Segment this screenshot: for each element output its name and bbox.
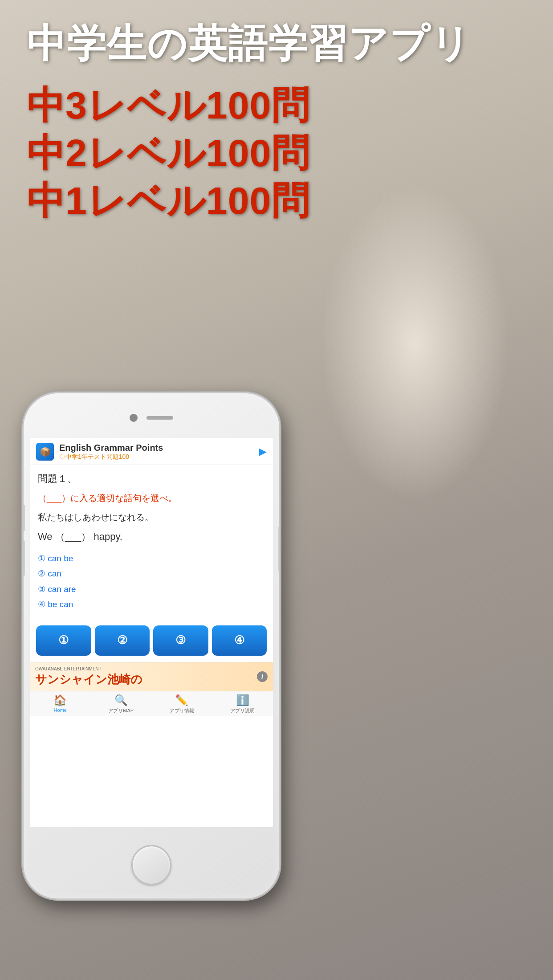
answer-button-4[interactable]: ④ xyxy=(212,625,267,656)
answer-button-1[interactable]: ① xyxy=(36,625,91,656)
banner-content: OWATANABE ENTERTAINMENT サンシャイン池崎の xyxy=(35,666,142,687)
banner-info-icon[interactable]: i xyxy=(257,671,268,682)
home-icon: 🏠 xyxy=(53,694,67,706)
choice-2[interactable]: ② can xyxy=(38,567,265,580)
app-icon: 📦 xyxy=(36,443,54,461)
map-icon: 🔍 xyxy=(114,694,128,706)
tab-info-label: アプリ情報 xyxy=(170,707,194,714)
info-icon: ✏️ xyxy=(175,694,188,706)
description-icon: ℹ️ xyxy=(236,694,249,706)
main-title: 中学生の英語学習アプリ xyxy=(27,22,471,65)
tab-home[interactable]: 🏠 Home xyxy=(30,694,91,714)
sub-title-2: 中2レベル100問 xyxy=(27,131,471,175)
tab-home-label: Home xyxy=(54,707,67,713)
speaker xyxy=(146,416,173,420)
power-button xyxy=(278,527,281,572)
tab-description[interactable]: ℹ️ アプリ説明 xyxy=(212,694,273,714)
answer-button-2[interactable]: ② xyxy=(95,625,150,656)
tab-description-label: アプリ説明 xyxy=(230,707,255,714)
sub-titles-area: 中3レベル100問 中2レベル100問 中1レベル100問 xyxy=(27,83,471,223)
sub-title-3: 中1レベル100問 xyxy=(27,179,471,223)
header-arrow-icon[interactable]: ▶ xyxy=(259,446,267,457)
question-number: 問題１、 xyxy=(38,472,265,486)
choice-1[interactable]: ① can be xyxy=(38,552,265,565)
banner-logo: OWATANABE ENTERTAINMENT xyxy=(35,666,142,672)
phone-screen: 📦 English Grammar Points ◇中学1年テスト問題100 ▶… xyxy=(30,438,273,827)
tab-bar: 🏠 Home 🔍 アプリMAP ✏️ アプリ情報 ℹ️ アプリ説明 xyxy=(30,691,273,716)
header-text: English Grammar Points ◇中学1年テスト問題100 xyxy=(59,442,254,461)
app-header-subtitle: ◇中学1年テスト問題100 xyxy=(59,453,254,461)
phone-top-bar xyxy=(24,393,279,442)
tab-map-label: アプリMAP xyxy=(108,707,134,714)
tab-map[interactable]: 🔍 アプリMAP xyxy=(91,694,152,714)
banner-main: サンシャイン池崎の xyxy=(35,672,142,687)
home-button[interactable] xyxy=(131,845,171,885)
japanese-sentence: 私たちはしあわせになれる。 xyxy=(38,510,265,524)
english-sentence: We （___） happy. xyxy=(38,529,265,544)
choice-4[interactable]: ④ be can xyxy=(38,598,265,611)
sub-title-1: 中3レベル100問 xyxy=(27,83,471,127)
question-instruction: （___）に入る適切な語句を選べ。 xyxy=(38,492,265,504)
volume-up-button xyxy=(22,505,25,531)
app-description-area: 中学生の英語学習アプリ 中3レベル100問 中2レベル100問 中1レベル100… xyxy=(27,22,471,222)
choice-3[interactable]: ③ can are xyxy=(38,583,265,596)
phone-body: 📦 English Grammar Points ◇中学1年テスト問題100 ▶… xyxy=(22,392,281,900)
banner-ad[interactable]: OWATANABE ENTERTAINMENT サンシャイン池崎の i xyxy=(30,662,273,691)
volume-down-button xyxy=(22,540,25,576)
front-camera xyxy=(130,414,138,422)
question-body: 問題１、 （___）に入る適切な語句を選べ。 私たちはしあわせになれる。 We … xyxy=(30,465,273,619)
answer-button-3[interactable]: ③ xyxy=(153,625,208,656)
app-header-title: English Grammar Points xyxy=(59,442,254,453)
tab-info[interactable]: ✏️ アプリ情報 xyxy=(151,694,212,714)
choices-list: ① can be ② can ③ can are ④ be can xyxy=(38,552,265,612)
app-icon-symbol: 📦 xyxy=(40,446,51,457)
phone-mockup: 📦 English Grammar Points ◇中学1年テスト問題100 ▶… xyxy=(22,392,281,900)
answer-buttons-row: ① ② ③ ④ xyxy=(30,619,273,662)
